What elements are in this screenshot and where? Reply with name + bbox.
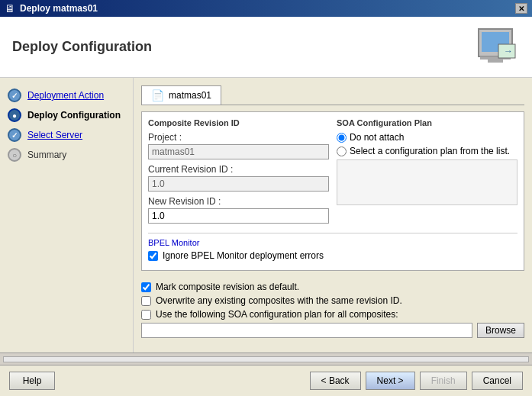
sidebar-item-select-server[interactable]: ✓ Select Server bbox=[0, 125, 133, 145]
overwrite-checkbox[interactable] bbox=[141, 296, 151, 306]
sidebar-label-summary: Summary bbox=[27, 150, 66, 160]
tab-bar: 📄 matmas01 bbox=[141, 85, 524, 105]
tab-icon: 📄 bbox=[151, 89, 164, 101]
project-field-group: Project : bbox=[148, 132, 329, 159]
sidebar-label-deploy-configuration: Deploy Configuration bbox=[27, 110, 121, 121]
cancel-button[interactable]: Cancel bbox=[472, 372, 523, 390]
current-revision-label: Current Revision ID : bbox=[148, 164, 329, 175]
browse-button[interactable]: Browse bbox=[477, 323, 524, 338]
use-soa-plan-checkbox[interactable] bbox=[141, 310, 151, 320]
radio-select-from-list: Select a configuration plan from the lis… bbox=[337, 146, 517, 156]
bottom-checkboxes: Mark composite revision as default. Over… bbox=[141, 277, 524, 343]
radio-do-not-attach-label: Do not attach bbox=[350, 132, 404, 143]
dialog: Deploy Configuration → ✓ Deployment Acti… bbox=[0, 17, 532, 396]
sidebar-item-summary: ○ Summary bbox=[0, 145, 133, 165]
bpel-section: BPEL Monitor Ignore BPEL Monitor deploym… bbox=[148, 233, 517, 261]
help-button[interactable]: Help bbox=[9, 372, 55, 390]
tab-label: matmas01 bbox=[169, 90, 211, 101]
project-input[interactable] bbox=[148, 144, 329, 159]
new-revision-input[interactable] bbox=[148, 208, 329, 224]
soa-config-title: SOA Configuration Plan bbox=[337, 118, 517, 127]
svg-text:→: → bbox=[504, 46, 513, 56]
browse-row: Browse bbox=[141, 323, 524, 338]
sidebar-link-select-server[interactable]: Select Server bbox=[27, 130, 82, 140]
use-soa-plan-row: Use the following SOA configuration plan… bbox=[141, 309, 524, 320]
step-icon-done: ✓ bbox=[8, 89, 21, 102]
bpel-ignore-errors-row: Ignore BPEL Monitor deployment errors bbox=[148, 250, 517, 261]
sidebar-link-deployment-action[interactable]: Deployment Action bbox=[27, 90, 104, 101]
divider bbox=[148, 233, 517, 233]
composite-revision-title: Composite Revision ID bbox=[148, 118, 329, 127]
sidebar-item-deployment-action[interactable]: ✓ Deployment Action bbox=[0, 85, 133, 105]
mark-default-label: Mark composite revision as default. bbox=[156, 282, 299, 292]
sidebar: ✓ Deployment Action ● Deploy Configurati… bbox=[0, 78, 134, 353]
header-icon: → bbox=[471, 26, 520, 69]
header-title: Deploy Configuration bbox=[12, 39, 152, 55]
radio-group-soa: Do not attach Select a configuration pla… bbox=[337, 132, 517, 156]
mark-default-row: Mark composite revision as default. bbox=[141, 282, 524, 292]
new-revision-label: New Revision ID : bbox=[148, 196, 329, 207]
step-icon-pending: ○ bbox=[8, 148, 21, 162]
header-area: Deploy Configuration → bbox=[0, 17, 532, 78]
section-box: Composite Revision ID Project : Current … bbox=[141, 111, 524, 271]
title-icon: 🖥 bbox=[5, 2, 15, 14]
browse-input[interactable] bbox=[141, 323, 472, 338]
bpel-ignore-label: Ignore BPEL Monitor deployment errors bbox=[163, 250, 324, 261]
current-revision-field-group: Current Revision ID : bbox=[148, 164, 329, 192]
radio-do-not-attach-input[interactable] bbox=[337, 133, 347, 143]
new-revision-field-group: New Revision ID : bbox=[148, 196, 329, 224]
overwrite-row: Overwrite any existing composites with t… bbox=[141, 295, 524, 306]
scrollbar-track[interactable] bbox=[3, 356, 529, 362]
footer: Help < Back Next > Finish Cancel bbox=[0, 365, 532, 396]
title-text: Deploy matmas01 bbox=[20, 3, 511, 14]
radio-do-not-attach: Do not attach bbox=[337, 132, 517, 143]
svg-rect-3 bbox=[488, 60, 503, 63]
radio-select-list-input[interactable] bbox=[337, 146, 347, 156]
project-label: Project : bbox=[148, 132, 329, 143]
back-button[interactable]: < Back bbox=[310, 372, 361, 390]
overwrite-label: Overwrite any existing composites with t… bbox=[156, 295, 402, 306]
current-revision-input[interactable] bbox=[148, 176, 329, 192]
step-icon-current: ● bbox=[8, 108, 21, 122]
use-soa-plan-label: Use the following SOA configuration plan… bbox=[156, 309, 398, 320]
bpel-ignore-checkbox[interactable] bbox=[148, 251, 158, 261]
step-icon-select: ✓ bbox=[8, 128, 21, 142]
bpel-title: BPEL Monitor bbox=[148, 238, 517, 247]
radio-select-list-label: Select a configuration plan from the lis… bbox=[350, 146, 510, 156]
mark-default-checkbox[interactable] bbox=[141, 282, 151, 292]
composite-revision-col: Composite Revision ID Project : Current … bbox=[148, 118, 329, 228]
sidebar-item-deploy-configuration: ● Deploy Configuration bbox=[0, 105, 133, 125]
scrollbar-area[interactable] bbox=[0, 353, 532, 365]
soa-config-col: SOA Configuration Plan Do not attach Sel… bbox=[337, 118, 517, 228]
content-area: ✓ Deployment Action ● Deploy Configurati… bbox=[0, 78, 532, 353]
tab-matmas01[interactable]: 📄 matmas01 bbox=[141, 85, 221, 105]
finish-button[interactable]: Finish bbox=[420, 372, 467, 390]
close-button[interactable]: ✕ bbox=[515, 3, 527, 14]
main-panel: 📄 matmas01 Composite Revision ID Project… bbox=[134, 78, 532, 353]
next-button[interactable]: Next > bbox=[366, 372, 415, 390]
two-col-layout: Composite Revision ID Project : Current … bbox=[148, 118, 517, 228]
title-bar: 🖥 Deploy matmas01 ✕ bbox=[0, 0, 532, 17]
config-plan-box bbox=[337, 159, 517, 205]
